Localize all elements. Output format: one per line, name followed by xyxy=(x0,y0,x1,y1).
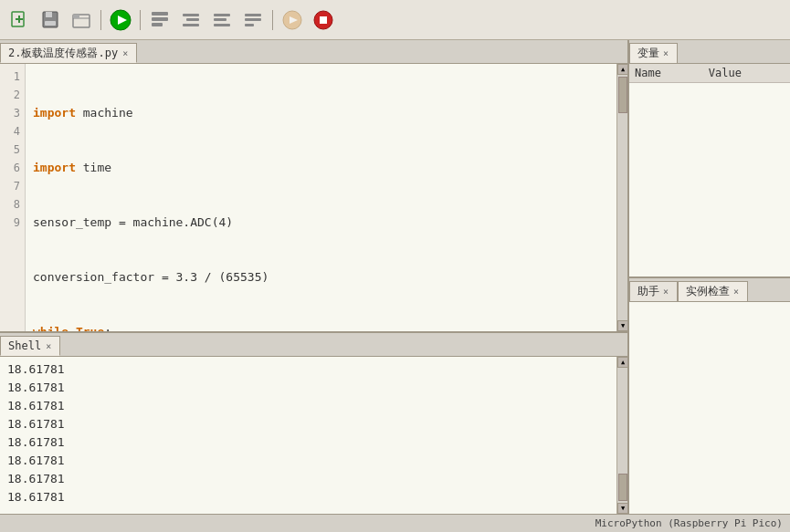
status-text: MicroPython (Raspberry Pi Pico) xyxy=(595,517,783,529)
svg-rect-10 xyxy=(152,12,168,16)
shell-line-5: 18.61781 xyxy=(7,433,609,452)
svg-rect-12 xyxy=(152,23,163,26)
svg-rect-5 xyxy=(45,21,56,26)
scroll-down-arrow[interactable]: ▼ xyxy=(617,320,627,331)
indent-button[interactable] xyxy=(177,6,205,34)
editor-tab-label: 2.板载温度传感器.py xyxy=(8,46,118,61)
shell-output[interactable]: 18.61781 18.61781 18.61781 18.61781 18.6… xyxy=(0,357,616,514)
editor-area: 1 2 3 4 5 6 7 8 9 import machine import … xyxy=(0,64,627,331)
variables-section: 变量 × Name Value xyxy=(629,40,790,276)
shell-panel: Shell × 18.61781 18.61781 18.61781 18.61… xyxy=(0,331,627,514)
shell-tab-close[interactable]: × xyxy=(45,341,52,351)
run-button[interactable] xyxy=(107,6,134,34)
shell-line-3: 18.61781 xyxy=(7,397,609,415)
code-line-5: while True: xyxy=(33,323,609,331)
inspector-tab[interactable]: 实例检查 × xyxy=(678,281,748,301)
svg-rect-11 xyxy=(152,17,168,21)
svg-rect-25 xyxy=(320,16,327,24)
new-file-button[interactable] xyxy=(5,6,33,34)
variables-panel: Name Value xyxy=(629,64,790,276)
svg-rect-18 xyxy=(214,24,230,26)
toolbar xyxy=(0,0,790,40)
code-line-2: import time xyxy=(33,159,609,177)
shell-scroll-thumb[interactable] xyxy=(618,474,627,501)
inspector-tab-close[interactable]: × xyxy=(732,287,740,297)
svg-rect-15 xyxy=(183,24,199,26)
scroll-thumb[interactable] xyxy=(618,77,627,113)
shell-tab-label: Shell xyxy=(8,339,41,352)
svg-rect-20 xyxy=(245,18,261,21)
code-line-1: import machine xyxy=(33,104,609,122)
toolbar-separator-3 xyxy=(272,10,273,30)
shell-line-2: 18.61781 xyxy=(7,379,609,397)
shell-tab-bar: Shell × xyxy=(0,333,627,357)
shell-scroll-down[interactable]: ▼ xyxy=(617,503,627,514)
toolbar-separator-1 xyxy=(100,10,101,30)
svg-rect-21 xyxy=(245,24,254,26)
helper-tab[interactable]: 助手 × xyxy=(629,281,678,301)
line-num-9: 9 xyxy=(0,214,25,232)
col-value-header: Value xyxy=(703,64,790,83)
line-num-8: 8 xyxy=(0,195,25,214)
editor-tab-close[interactable]: × xyxy=(121,48,129,58)
stop-button[interactable] xyxy=(310,6,337,34)
svg-rect-13 xyxy=(183,14,199,16)
svg-rect-16 xyxy=(214,14,230,16)
code-line-4: conversion_factor = 3.3 / (65535) xyxy=(33,268,609,287)
stop-script-button[interactable] xyxy=(146,6,174,34)
variables-tab-bar: 变量 × xyxy=(629,40,790,64)
step-button[interactable] xyxy=(279,6,306,34)
scroll-up-arrow[interactable]: ▲ xyxy=(617,64,627,75)
scroll-track[interactable] xyxy=(617,75,627,320)
shell-line-7: 18.61781 xyxy=(7,470,609,488)
variables-tab-label: 变量 xyxy=(637,46,659,61)
save-button[interactable] xyxy=(37,6,64,34)
shell-content: 18.61781 18.61781 18.61781 18.61781 18.6… xyxy=(0,357,627,514)
shell-scroll-up[interactable]: ▲ xyxy=(617,357,627,368)
bottom-right-content xyxy=(629,302,790,515)
shell-line-8: 18.61781 xyxy=(7,488,609,506)
variables-tab-close[interactable]: × xyxy=(662,48,669,58)
shell-scrollbar[interactable]: ▲ ▼ xyxy=(616,357,627,514)
shell-line-4: 18.61781 xyxy=(7,415,609,433)
code-editor[interactable]: import machine import time sensor_temp =… xyxy=(26,64,616,331)
code-line-3: sensor_temp = machine.ADC(4) xyxy=(33,214,609,232)
helper-tab-close[interactable]: × xyxy=(662,287,669,297)
bottom-right-panel: 助手 × 实例检查 × xyxy=(629,276,790,515)
svg-rect-19 xyxy=(245,14,261,16)
svg-rect-4 xyxy=(46,12,52,17)
line-num-5: 5 xyxy=(0,141,25,159)
editor-tab[interactable]: 2.板载温度传感器.py × xyxy=(0,43,137,63)
shell-line-6: 18.61781 xyxy=(7,452,609,470)
dedent-button[interactable] xyxy=(208,6,236,34)
line-numbers: 1 2 3 4 5 6 7 8 9 xyxy=(0,64,26,331)
svg-rect-17 xyxy=(214,18,226,21)
line-num-3: 3 xyxy=(0,104,25,122)
bottom-right-tab-bar: 助手 × 实例检查 × xyxy=(629,278,790,302)
variables-table: Name Value xyxy=(629,64,790,83)
right-panel: 变量 × Name Value xyxy=(627,40,790,514)
line-num-1: 1 xyxy=(0,68,25,86)
editor-tab-bar: 2.板载温度传感器.py × xyxy=(0,40,627,64)
status-bar: MicroPython (Raspberry Pi Pico) xyxy=(0,514,790,532)
svg-rect-7 xyxy=(73,15,79,18)
toolbar-separator-2 xyxy=(140,10,141,30)
line-num-7: 7 xyxy=(0,177,25,195)
variables-tab[interactable]: 变量 × xyxy=(629,43,678,63)
shell-line-1: 18.61781 xyxy=(7,360,609,379)
inspector-tab-label: 实例检查 xyxy=(686,284,730,299)
line-num-6: 6 xyxy=(0,159,25,177)
find-button[interactable] xyxy=(239,6,267,34)
left-panel: 2.板载温度传感器.py × 1 2 3 4 5 6 7 8 9 import … xyxy=(0,40,627,514)
helper-tab-label: 助手 xyxy=(637,284,659,299)
col-name-header: Name xyxy=(629,64,703,83)
shell-scroll-track[interactable] xyxy=(617,368,627,503)
shell-tab[interactable]: Shell × xyxy=(0,336,60,356)
svg-rect-14 xyxy=(186,18,199,21)
load-button[interactable] xyxy=(68,6,95,34)
main-area: 2.板载温度传感器.py × 1 2 3 4 5 6 7 8 9 import … xyxy=(0,40,790,514)
line-num-2: 2 xyxy=(0,86,25,104)
editor-scrollbar[interactable]: ▲ ▼ xyxy=(616,64,627,331)
line-num-4: 4 xyxy=(0,122,25,141)
